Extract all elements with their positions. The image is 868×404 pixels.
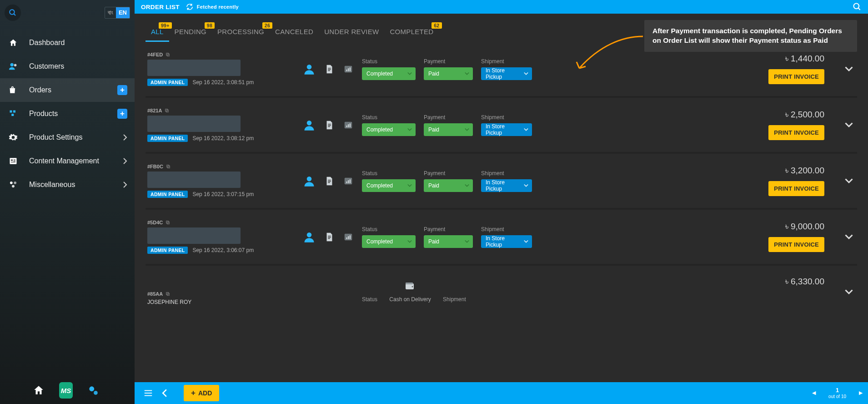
copy-icon[interactable] — [166, 164, 171, 169]
tab-under-review[interactable]: UNDER REVIEW — [319, 20, 384, 42]
sidebar-item-orders[interactable]: Orders + — [0, 78, 135, 102]
status-dropdown[interactable]: Completed — [362, 67, 416, 80]
copy-icon[interactable] — [166, 292, 170, 296]
shipment-dropdown[interactable]: In Store Pickup — [481, 235, 532, 248]
svg-rect-27 — [348, 68, 349, 71]
sidebar-item-miscellaneous[interactable]: Miscellaneous — [0, 173, 135, 197]
customer-icon[interactable] — [303, 231, 316, 243]
search-icon — [9, 9, 17, 17]
sidebar-item-content-management[interactable]: Content Management — [0, 149, 135, 173]
print-invoice-button[interactable]: PRINT INVOICE — [768, 125, 824, 140]
copy-icon[interactable] — [166, 220, 170, 225]
analytics-icon[interactable] — [343, 64, 354, 75]
add-order-badge[interactable]: + — [117, 85, 127, 95]
copy-icon[interactable] — [165, 108, 169, 113]
invoice-icon[interactable] — [324, 64, 335, 75]
tab-all[interactable]: ALL 99+ — [146, 20, 169, 42]
payment-dropdown[interactable]: Paid — [424, 235, 473, 248]
payment-dropdown[interactable]: Paid — [424, 179, 473, 192]
pager-prev[interactable]: ◀ — [812, 390, 816, 396]
svg-point-14 — [12, 185, 15, 187]
tab-pending[interactable]: PENDING 98 — [169, 20, 212, 42]
analytics-icon[interactable] — [343, 232, 354, 242]
order-list[interactable]: #4FED ADMIN PANEL Sep 16 2022, 3:08:51 p… — [135, 42, 868, 382]
svg-rect-62 — [406, 283, 413, 284]
analytics-icon[interactable] — [343, 176, 354, 187]
tab-label: COMPLETED — [390, 28, 433, 35]
order-row-icons — [301, 175, 354, 187]
svg-rect-26 — [346, 69, 347, 71]
sidebar-item-customers[interactable]: Customers — [0, 55, 135, 78]
svg-rect-56 — [346, 237, 347, 239]
wallet-icon — [405, 282, 416, 291]
svg-rect-29 — [166, 110, 169, 112]
pager-next[interactable]: ▶ — [859, 390, 863, 396]
customer-icon[interactable] — [303, 63, 316, 76]
copy-icon[interactable] — [166, 52, 170, 57]
sidebar-item-products[interactable]: Products + — [0, 102, 135, 126]
back-button[interactable] — [156, 385, 173, 401]
topbar-search-button[interactable] — [853, 2, 862, 11]
tab-processing[interactable]: PROCESSING 26 — [212, 20, 270, 42]
expand-row-button[interactable] — [843, 121, 855, 129]
settings-shortcut-button[interactable] — [86, 384, 100, 397]
order-price: ৳ 3,200.00 — [785, 166, 824, 176]
svg-rect-4 — [10, 111, 12, 113]
svg-rect-24 — [328, 70, 330, 71]
add-button[interactable]: + ADD — [184, 385, 219, 401]
svg-rect-43 — [328, 181, 331, 182]
order-summary: #85AA JOSEPHINE ROY — [147, 276, 293, 308]
order-summary: #821A ADMIN PANEL Sep 16 2022, 3:08:12 p… — [147, 108, 293, 142]
status-dropdown[interactable]: Completed — [362, 123, 416, 136]
shipment-dropdown[interactable]: In Store Pickup — [481, 67, 532, 80]
tab-canceled[interactable]: CANCELED — [270, 20, 319, 42]
sidebar-search-button[interactable] — [5, 5, 21, 21]
pager-total: out of 10 — [828, 394, 846, 399]
sidebar-item-label: Product Settings — [29, 133, 82, 141]
expand-row-button[interactable] — [843, 65, 855, 73]
invoice-icon[interactable] — [324, 232, 335, 242]
refresh-indicator[interactable]: Fetched recently — [186, 3, 239, 10]
home-shortcut-button[interactable] — [32, 384, 45, 397]
status-dropdown[interactable]: Completed — [362, 179, 416, 192]
shipment-dropdown[interactable]: In Store Pickup — [481, 123, 532, 136]
add-product-badge[interactable]: + — [117, 109, 127, 119]
customer-icon[interactable] — [303, 119, 316, 131]
payment-label: Payment — [424, 114, 473, 121]
tab-completed[interactable]: COMPLETED 62 — [384, 20, 439, 42]
svg-rect-48 — [350, 179, 351, 183]
sidebar-item-dashboard[interactable]: Dashboard — [0, 31, 135, 55]
customer-icon[interactable] — [303, 175, 316, 187]
order-row-icons — [301, 119, 354, 131]
expand-row-button[interactable] — [843, 288, 855, 296]
svg-rect-44 — [328, 182, 330, 182]
menu-button[interactable] — [140, 385, 156, 401]
payment-dropdown[interactable]: Paid — [424, 67, 473, 80]
sidebar: বাং EN Dashboard Customers Orders + — [0, 0, 135, 404]
chevron-left-icon — [161, 389, 168, 397]
print-invoice-button[interactable]: PRINT INVOICE — [768, 237, 824, 252]
payment-dropdown[interactable]: Paid — [424, 123, 473, 136]
svg-rect-49 — [167, 222, 170, 224]
svg-rect-22 — [328, 68, 331, 68]
plus-icon: + — [191, 389, 196, 398]
expand-row-button[interactable] — [843, 177, 855, 185]
sidebar-item-label: Products — [29, 110, 58, 118]
analytics-icon[interactable] — [343, 120, 354, 131]
shipment-label: Shipment — [481, 58, 532, 65]
svg-rect-19 — [167, 54, 170, 56]
invoice-icon[interactable] — [324, 176, 335, 187]
svg-point-12 — [10, 182, 13, 184]
add-button-label: ADD — [198, 389, 212, 397]
sidebar-item-product-settings[interactable]: Product Settings — [0, 126, 135, 149]
shipment-dropdown[interactable]: In Store Pickup — [481, 179, 532, 192]
print-invoice-button[interactable]: PRINT INVOICE — [768, 69, 824, 84]
status-dropdown[interactable]: Completed — [362, 235, 416, 248]
print-invoice-button[interactable]: PRINT INVOICE — [768, 181, 824, 196]
language-toggle[interactable]: বাং EN — [105, 7, 130, 19]
brand-shortcut-button[interactable]: MS — [59, 384, 73, 397]
svg-point-16 — [94, 391, 98, 395]
svg-rect-54 — [328, 238, 330, 238]
expand-row-button[interactable] — [843, 233, 855, 241]
invoice-icon[interactable] — [324, 120, 335, 131]
